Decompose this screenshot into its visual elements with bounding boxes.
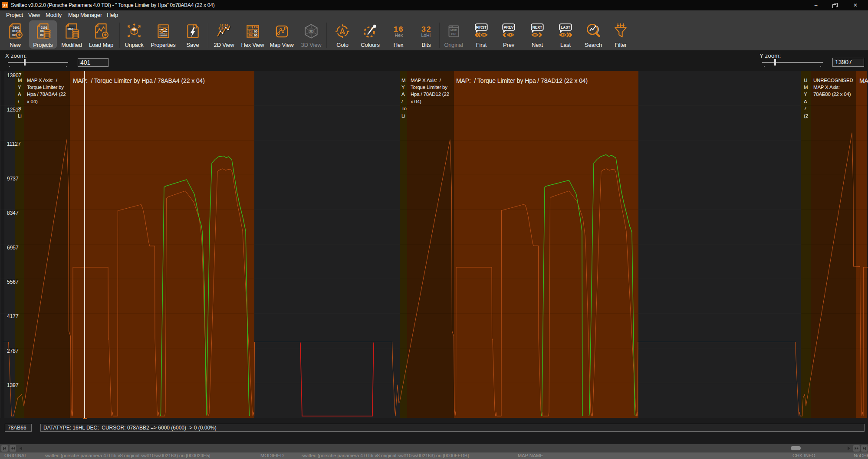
svg-text:Hex: Hex — [395, 33, 403, 38]
svg-text:00: 00 — [254, 33, 257, 37]
svg-text:LAST: LAST — [561, 25, 571, 30]
svg-text:FIRST: FIRST — [476, 25, 487, 30]
svg-text:MOD: MOD — [450, 29, 457, 32]
svg-text:F6: F6 — [254, 25, 258, 29]
svg-text:EB: EB — [248, 25, 253, 29]
svg-text:010: 010 — [218, 27, 224, 30]
svg-text:52: 52 — [248, 30, 252, 33]
svg-text:0101: 0101 — [13, 26, 20, 29]
svg-text:PREV: PREV — [504, 25, 514, 30]
svg-text:00: 00 — [254, 30, 257, 33]
svg-text:ORI: ORI — [451, 33, 456, 36]
svg-text:LoHi: LoHi — [421, 33, 431, 38]
svg-text:NEXT: NEXT — [533, 25, 542, 30]
svg-text:3D: 3D — [309, 29, 314, 33]
svg-text:0101: 0101 — [41, 26, 47, 29]
svg-text:80: 80 — [248, 33, 252, 37]
